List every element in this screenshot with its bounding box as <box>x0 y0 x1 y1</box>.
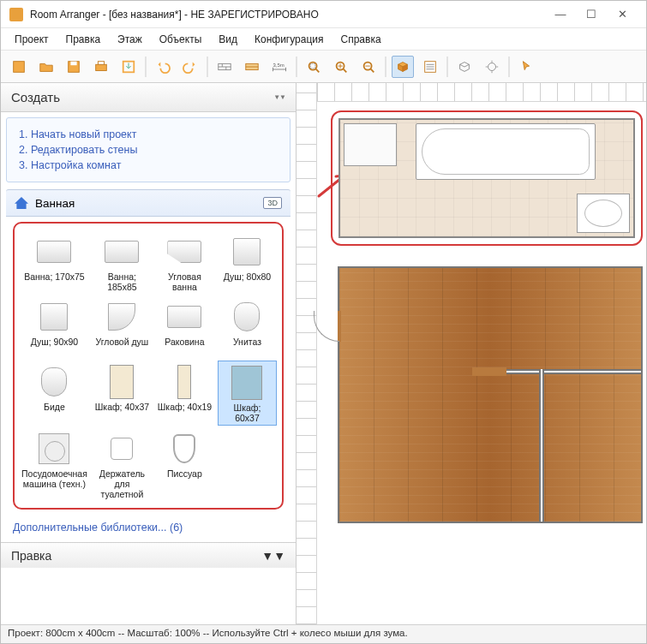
sink-object[interactable] <box>577 194 630 233</box>
library-icon[interactable] <box>453 56 476 78</box>
link-edit-walls[interactable]: 2. Редактировать стены <box>19 142 278 158</box>
create-header[interactable]: Создать ▼▼ <box>1 83 296 112</box>
svg-rect-0 <box>14 61 25 72</box>
zoom-out-icon[interactable] <box>357 56 380 78</box>
view-3d-icon[interactable] <box>392 56 414 78</box>
status-bar: Проект: 800cm x 400cm -- Масштаб: 100% -… <box>1 624 646 643</box>
collapse-icon[interactable]: ▼▼ <box>273 93 285 101</box>
item-bath-170[interactable]: Ванна; 170x75 <box>20 230 89 294</box>
measure-icon[interactable]: 3,5m <box>268 56 291 78</box>
svg-line-20 <box>371 69 374 72</box>
item-dishwasher[interactable]: Посудомоечная машина (техн.) <box>20 427 89 501</box>
zoom-in-icon[interactable] <box>330 56 352 78</box>
item-shower-80[interactable]: Душ; 80x80 <box>218 230 277 294</box>
menu-help[interactable]: Справка <box>332 31 390 48</box>
status-text: Проект: 800cm x 400cm -- Масштаб: 100% -… <box>8 628 408 638</box>
extra-libraries-link[interactable]: Дополнительные библиотеки... (6) <box>1 516 296 542</box>
item-toilet[interactable]: Унитаз <box>218 295 277 359</box>
item-cabinet-60x37[interactable]: Шкаф; 60x37 <box>218 361 277 426</box>
canvas[interactable] <box>297 83 646 624</box>
svg-rect-3 <box>96 64 107 70</box>
item-urinal[interactable]: Писсуар <box>155 427 214 501</box>
ruler-vertical <box>297 83 317 624</box>
menu-objects[interactable]: Объекты <box>151 31 211 48</box>
title-bar: Room Arranger - [без названия*] - НЕ ЗАР… <box>1 1 646 28</box>
svg-point-25 <box>488 63 496 70</box>
item-shower-90[interactable]: Душ; 90x90 <box>20 295 89 359</box>
sidebar: Создать ▼▼ 1. Начать новый проект 2. Ред… <box>1 83 297 624</box>
counter-object[interactable] <box>344 123 397 166</box>
minimize-button[interactable]: — <box>545 1 576 28</box>
svg-rect-4 <box>98 61 104 64</box>
svg-rect-16 <box>310 63 315 68</box>
svg-text:3,5m: 3,5m <box>273 63 285 68</box>
living-room[interactable] <box>338 266 643 523</box>
menu-floor[interactable]: Этаж <box>109 31 151 48</box>
svg-rect-2 <box>70 61 76 65</box>
edit-label: Правка <box>11 549 51 563</box>
item-empty <box>218 427 277 501</box>
item-corner-bath[interactable]: Угловая ванна <box>155 230 214 294</box>
bathroom-room[interactable] <box>338 118 635 238</box>
category-header[interactable]: Ванная 3D <box>6 189 291 217</box>
item-cabinet-40x37[interactable]: Шкаф; 40x37 <box>93 361 152 426</box>
maximize-button[interactable]: ☐ <box>576 1 607 28</box>
bathroom-highlight <box>331 110 643 246</box>
item-corner-shower[interactable]: Угловой душ <box>93 295 152 359</box>
badge-3d[interactable]: 3D <box>263 197 282 209</box>
item-bidet[interactable]: Биде <box>20 361 89 426</box>
close-button[interactable]: ✕ <box>607 1 638 28</box>
link-new-project[interactable]: 1. Начать новый проект <box>19 127 278 142</box>
menu-project[interactable]: Проект <box>6 31 57 48</box>
pointer-icon[interactable] <box>515 56 537 78</box>
bathtub-object[interactable] <box>416 123 596 180</box>
interior-wall[interactable] <box>539 369 544 522</box>
home-icon <box>15 197 28 209</box>
category-title: Ванная <box>35 197 263 210</box>
link-room-settings[interactable]: 3. Настройка комнат <box>19 158 278 173</box>
app-icon <box>9 8 23 21</box>
floor-plan[interactable] <box>317 102 646 624</box>
menu-config[interactable]: Конфигурация <box>246 31 332 48</box>
door-arc <box>314 311 339 342</box>
item-toilet-paper-holder[interactable]: Держатель для туалетной <box>93 427 152 501</box>
menu-bar: Проект Правка Этаж Объекты Вид Конфигура… <box>1 28 646 51</box>
window-title: Room Arranger - [без названия*] - НЕ ЗАР… <box>30 9 545 21</box>
export-icon[interactable] <box>117 56 140 78</box>
edit-header[interactable]: Правка ▼▼ <box>1 542 296 568</box>
door-opening[interactable] <box>472 367 506 376</box>
open-file-icon[interactable] <box>35 56 57 78</box>
redo-icon[interactable] <box>179 56 201 78</box>
ruler-horizontal <box>317 83 646 102</box>
list-icon[interactable] <box>419 56 441 78</box>
item-bath-185[interactable]: Ванна; 185x85 <box>93 230 152 294</box>
walls-icon[interactable] <box>213 56 236 78</box>
create-label: Создать <box>11 90 60 104</box>
toolbar: 3,5m <box>1 51 646 83</box>
spray-icon[interactable] <box>481 56 503 78</box>
object-palette: Ванна; 170x75 Ванна; 185x85 Угловая ванн… <box>13 222 284 510</box>
collapse-icon[interactable]: ▼▼ <box>261 549 285 563</box>
print-icon[interactable] <box>90 56 112 78</box>
new-file-icon[interactable] <box>8 56 30 78</box>
svg-line-15 <box>316 69 320 72</box>
wizard-links: 1. Начать новый проект 2. Редактировать … <box>6 117 291 182</box>
item-cabinet-40x19[interactable]: Шкаф; 40x19 <box>155 361 214 426</box>
main-area: Создать ▼▼ 1. Начать новый проект 2. Ред… <box>1 83 646 624</box>
zoom-fit-icon[interactable] <box>303 56 325 78</box>
menu-edit[interactable]: Правка <box>57 31 110 48</box>
save-icon[interactable] <box>63 56 85 78</box>
svg-line-18 <box>344 69 347 72</box>
rooms-icon[interactable] <box>241 56 263 78</box>
item-sink[interactable]: Раковина <box>155 295 214 359</box>
menu-view[interactable]: Вид <box>210 31 246 48</box>
undo-icon[interactable] <box>152 56 174 78</box>
